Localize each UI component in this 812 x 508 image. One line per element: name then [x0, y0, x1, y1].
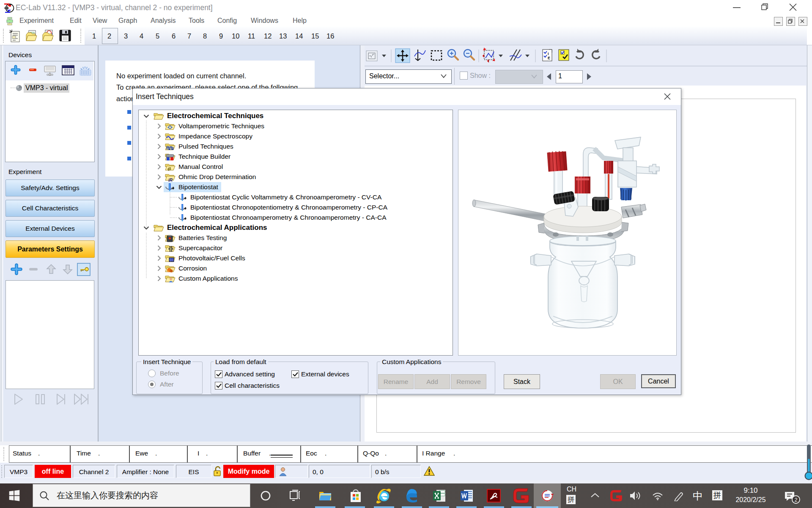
svg-text:E: E	[548, 56, 550, 60]
svg-text:iR: iR	[168, 178, 173, 182]
svg-text:I: I	[548, 52, 549, 56]
svg-text:2: 2	[794, 497, 797, 503]
